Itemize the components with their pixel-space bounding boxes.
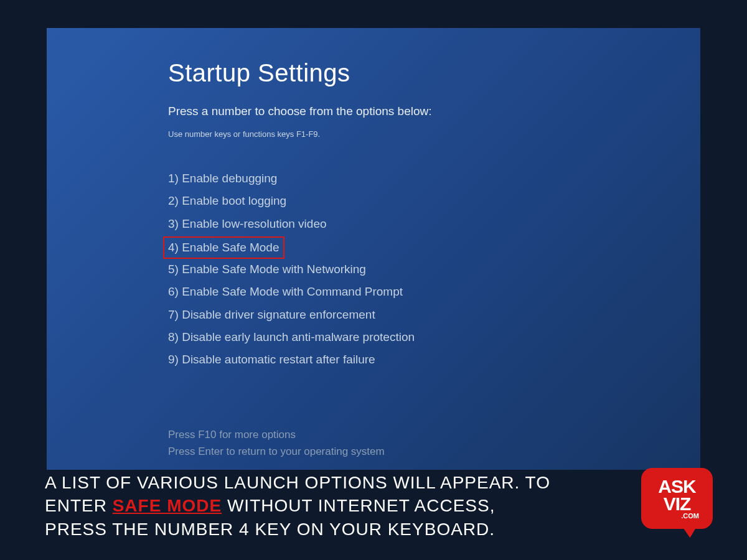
- subtitle: Press a number to choose from the option…: [168, 105, 700, 118]
- footer-hints: Press F10 for more options Press Enter t…: [168, 426, 700, 460]
- option-2-boot-logging[interactable]: 2) Enable boot logging: [168, 191, 286, 211]
- option-9-auto-restart[interactable]: 9) Disable automatic restart after failu…: [168, 350, 375, 370]
- option-1-debugging[interactable]: 1) Enable debugging: [168, 169, 277, 189]
- logo-line1: ASK: [658, 478, 695, 496]
- hint-return: Press Enter to return to your operating …: [168, 443, 700, 460]
- startup-options-list: 1) Enable debugging 2) Enable boot loggi…: [168, 169, 700, 370]
- option-4-safe-mode[interactable]: 4) Enable Safe Mode: [163, 236, 284, 259]
- hint-more-options: Press F10 for more options: [168, 426, 700, 443]
- tutorial-caption: A LIST OF VARIOUS LAUNCH OPTIONS WILL AP…: [45, 471, 555, 541]
- caption-emphasis: SAFE MODE: [113, 496, 222, 515]
- usage-hint: Use number keys or functions keys F1-F9.: [168, 129, 700, 139]
- logo-line2: VIZ: [664, 495, 691, 513]
- option-8-anti-malware[interactable]: 8) Disable early launch anti-malware pro…: [168, 327, 415, 347]
- askviz-logo: ASK VIZ .COM: [641, 468, 722, 543]
- option-6-safe-mode-cmd[interactable]: 6) Enable Safe Mode with Command Prompt: [168, 282, 403, 302]
- logo-bubble: ASK VIZ .COM: [641, 468, 713, 529]
- startup-settings-screen: Startup Settings Press a number to choos…: [47, 28, 700, 470]
- option-3-low-res-video[interactable]: 3) Enable low-resolution video: [168, 214, 327, 234]
- page-title: Startup Settings: [168, 59, 700, 87]
- option-5-safe-mode-networking[interactable]: 5) Enable Safe Mode with Networking: [168, 259, 366, 279]
- option-7-driver-signature[interactable]: 7) Disable driver signature enforcement: [168, 305, 375, 325]
- logo-sub: .COM: [681, 512, 699, 520]
